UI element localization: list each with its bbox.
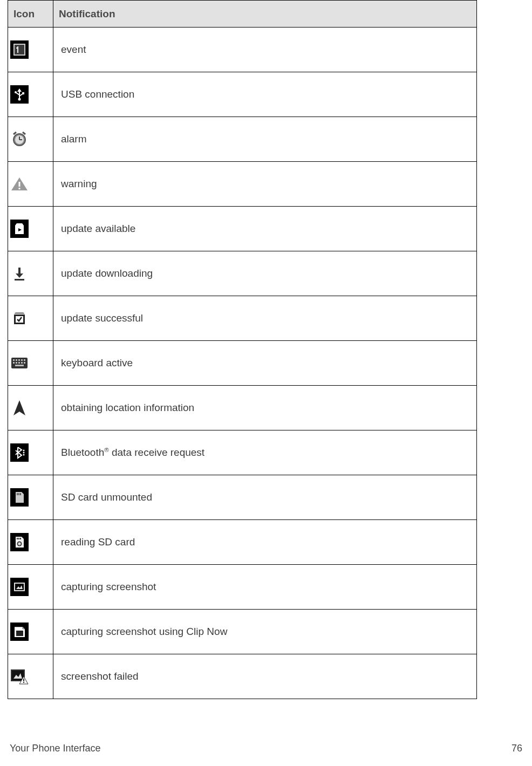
svg-rect-35 bbox=[21, 362, 23, 364]
svg-rect-53 bbox=[15, 583, 24, 591]
notification-label: capturing screenshot bbox=[53, 565, 477, 610]
svg-point-9 bbox=[18, 98, 21, 101]
svg-marker-54 bbox=[16, 585, 23, 589]
svg-rect-2 bbox=[16, 47, 18, 49]
table-row: warning bbox=[8, 162, 477, 207]
header-icon: Icon bbox=[8, 1, 53, 28]
update-available-icon bbox=[10, 220, 29, 238]
svg-rect-23 bbox=[15, 279, 24, 281]
notification-label: warning bbox=[53, 162, 477, 207]
svg-marker-22 bbox=[16, 273, 23, 278]
notification-label: update available bbox=[53, 207, 477, 251]
svg-point-39 bbox=[23, 450, 25, 452]
svg-rect-47 bbox=[20, 538, 21, 539]
icon-cell bbox=[8, 565, 53, 610]
table-row: capturing screenshot using Clip Now bbox=[8, 610, 477, 654]
table-row: screenshot failed bbox=[8, 654, 477, 699]
svg-rect-44 bbox=[20, 493, 21, 495]
footer-page: 76 bbox=[511, 743, 522, 754]
table-row: update downloading bbox=[8, 251, 477, 296]
table-row: update available bbox=[8, 207, 477, 251]
icon-cell bbox=[8, 654, 53, 699]
svg-rect-0 bbox=[14, 44, 25, 55]
update-downloading-icon bbox=[10, 264, 29, 283]
alarm-icon bbox=[10, 130, 29, 148]
table-row: alarm bbox=[8, 117, 477, 162]
icon-cell bbox=[8, 520, 53, 565]
header-notification: Notification bbox=[53, 1, 477, 28]
svg-rect-17 bbox=[19, 182, 21, 187]
page-footer: Your Phone Interface 76 bbox=[10, 743, 522, 754]
notification-label: capturing screenshot using Clip Now bbox=[53, 610, 477, 654]
update-successful-icon bbox=[10, 309, 29, 327]
usb-icon bbox=[10, 85, 29, 104]
notification-label: obtaining location information bbox=[53, 386, 477, 430]
table-row: capturing screenshot bbox=[8, 565, 477, 610]
icon-cell bbox=[8, 386, 53, 430]
svg-line-14 bbox=[13, 132, 16, 134]
notification-icons-table: Icon Notification eventUSB connectionala… bbox=[8, 0, 477, 699]
notification-label: USB connection bbox=[53, 72, 477, 117]
notification-label: screenshot failed bbox=[53, 654, 477, 699]
footer-section: Your Phone Interface bbox=[10, 743, 100, 754]
svg-rect-27 bbox=[13, 359, 15, 361]
notification-label: event bbox=[53, 28, 477, 72]
table-row: reading SD card bbox=[8, 520, 477, 565]
svg-rect-45 bbox=[17, 538, 18, 539]
table-header-row: Icon Notification bbox=[8, 1, 477, 28]
svg-rect-31 bbox=[24, 359, 25, 361]
table-row: event bbox=[8, 28, 477, 72]
svg-rect-42 bbox=[17, 493, 18, 495]
svg-rect-34 bbox=[18, 362, 20, 364]
notification-label: SD card unmounted bbox=[53, 475, 477, 520]
table-row: SD card unmounted bbox=[8, 475, 477, 520]
svg-marker-38 bbox=[13, 400, 25, 415]
svg-rect-28 bbox=[16, 359, 17, 361]
notification-label: update downloading bbox=[53, 251, 477, 296]
notification-label: keyboard active bbox=[53, 341, 477, 386]
svg-rect-8 bbox=[22, 92, 24, 94]
icon-cell bbox=[8, 28, 53, 72]
svg-point-6 bbox=[15, 91, 17, 93]
svg-rect-55 bbox=[16, 631, 23, 636]
icon-cell bbox=[8, 72, 53, 117]
svg-rect-37 bbox=[15, 365, 24, 366]
svg-rect-32 bbox=[13, 362, 15, 364]
table-row: Bluetooth® data receive request bbox=[8, 430, 477, 475]
svg-rect-1 bbox=[17, 46, 18, 53]
svg-rect-59 bbox=[23, 679, 24, 681]
icon-cell bbox=[8, 117, 53, 162]
event-icon bbox=[10, 40, 29, 59]
icon-cell bbox=[8, 610, 53, 654]
svg-rect-60 bbox=[23, 682, 24, 683]
svg-rect-43 bbox=[18, 493, 19, 495]
svg-rect-29 bbox=[18, 359, 20, 361]
notification-label: update successful bbox=[53, 296, 477, 341]
icon-cell bbox=[8, 207, 53, 251]
keyboard-active-icon bbox=[10, 354, 29, 372]
table-row: obtaining location information bbox=[8, 386, 477, 430]
icon-cell bbox=[8, 296, 53, 341]
svg-marker-4 bbox=[17, 88, 22, 92]
svg-rect-46 bbox=[18, 538, 19, 539]
table-row: keyboard active bbox=[8, 341, 477, 386]
svg-point-41 bbox=[23, 454, 25, 456]
table-row: USB connection bbox=[8, 72, 477, 117]
sd-unmounted-icon bbox=[10, 488, 29, 507]
notification-label: alarm bbox=[53, 117, 477, 162]
screenshot-icon bbox=[10, 578, 29, 596]
clip-now-icon bbox=[10, 623, 29, 641]
svg-rect-36 bbox=[24, 362, 25, 364]
warning-icon bbox=[10, 175, 29, 193]
location-icon bbox=[10, 399, 29, 417]
svg-rect-18 bbox=[19, 188, 21, 189]
sd-reading-icon bbox=[10, 533, 29, 551]
screenshot-failed-icon bbox=[10, 667, 29, 686]
icon-cell bbox=[8, 251, 53, 296]
svg-rect-33 bbox=[16, 362, 17, 364]
icon-cell bbox=[8, 162, 53, 207]
icon-cell bbox=[8, 475, 53, 520]
table-row: update successful bbox=[8, 296, 477, 341]
notification-label: Bluetooth® data receive request bbox=[53, 430, 477, 475]
icon-cell bbox=[8, 341, 53, 386]
